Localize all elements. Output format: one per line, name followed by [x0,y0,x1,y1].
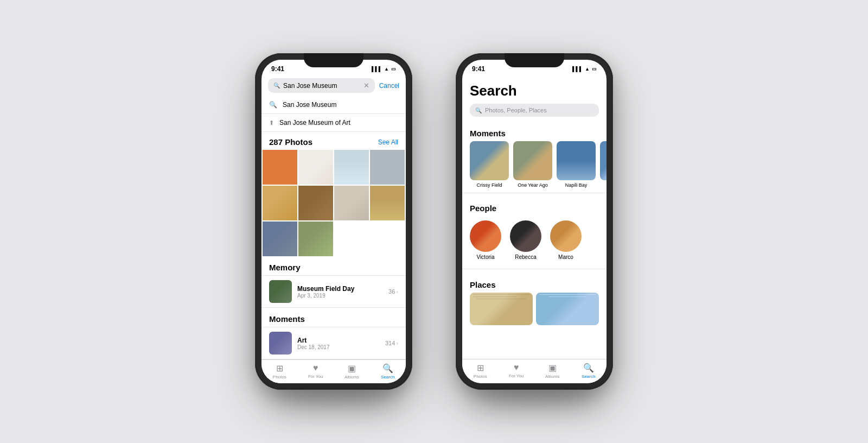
photos-header-left: 287 Photos See All [261,132,406,150]
tab-bar-left: ⊞ Photos ♥ For You ▣ Albums 🔍 Search [261,359,406,383]
battery-icon-left: ▭ [391,66,396,72]
phone-left-screen: 9:41 ▌▌▌ ▲ ▭ 🔍 San Jose Museum ✕ Cancel [261,60,406,383]
person-rebecca[interactable]: Rebecca [510,220,541,260]
moment-oneyear[interactable]: One Year Ago [513,141,552,188]
photo-cell-2[interactable] [298,150,333,185]
memory-header-left: Memory [261,256,406,275]
tab-search-label-right: Search [582,374,595,379]
tab-albums-label-left: Albums [344,375,359,379]
moments-date-left: Dec 18, 2017 [297,344,380,350]
tab-foryou-right[interactable]: ♥ For You [499,363,535,379]
memory-info-left: Museum Field Day Apr 3, 2019 [297,285,383,299]
person-marco[interactable]: Marco [550,220,582,260]
tab-bar-right: ⊞ Photos ♥ For You ▣ Albums 🔍 Search [462,359,607,383]
avatar-rebecca [510,220,541,252]
memory-title-left: Museum Field Day [297,285,383,293]
tab-photos-icon-right: ⊞ [477,363,484,373]
see-all-button-left[interactable]: See All [378,138,398,146]
search-bar-container-left: 🔍 San Jose Museum ✕ Cancel [261,75,406,96]
suggestion-search-icon-1: 🔍 [269,101,277,109]
tab-search-icon-left: 🔍 [382,363,393,374]
photo-cell-10[interactable] [298,221,333,256]
people-header-right: People [462,197,607,216]
memory-count-value-left: 36 [388,288,395,295]
suggestion-item-1[interactable]: 🔍 San Jose Museum [261,96,406,114]
photo-cell-6[interactable] [298,186,333,220]
wifi-icon-left: ▲ [384,66,389,72]
battery-icon-right: ▭ [592,66,597,72]
photo-grid-left [261,150,406,256]
signal-icon-left: ▌▌▌ [372,66,382,72]
tab-foryou-icon-left: ♥ [313,363,318,373]
tab-foryou-left[interactable]: ♥ For You [298,363,334,379]
moment-thumb-crissy [470,141,509,180]
search-placeholder-right: Photos, People, Places [485,107,547,113]
tab-photos-label-right: Photos [474,374,487,379]
search-home-bar-right[interactable]: 🔍 Photos, People, Places [470,104,599,117]
photo-cell-9[interactable] [263,221,297,256]
moment-label-crissy: Crissy Field [470,182,509,188]
search-icon-left: 🔍 [273,83,280,88]
memory-thumb-left [269,280,292,303]
moments-item-left[interactable]: Art Dec 18, 2017 314 › [261,327,406,359]
avatar-marco [550,220,582,252]
moments-header-right: Moments [462,122,607,141]
tab-albums-icon-left: ▣ [348,363,356,374]
moments-title-left: Art [297,337,380,344]
notch-left [304,53,363,67]
search-bar-left[interactable]: 🔍 San Jose Museum ✕ [268,78,375,93]
search-value-left: San Jose Museum [283,82,337,90]
place-map-2[interactable] [536,293,599,325]
memory-item-left[interactable]: Museum Field Day Apr 3, 2019 36 › [261,275,406,308]
person-name-marco: Marco [558,254,573,260]
photo-cell-5[interactable] [263,186,297,220]
photo-cell-8[interactable] [370,186,405,220]
person-victoria[interactable]: Victoria [470,220,501,260]
moment-thumb-oneyear [513,141,552,180]
search-clear-left[interactable]: ✕ [363,81,369,90]
moment-crissy[interactable]: Crissy Field [470,141,509,188]
suggestion-item-2[interactable]: ⬆ San Jose Museum of Art [261,114,406,132]
scene: 9:41 ▌▌▌ ▲ ▭ 🔍 San Jose Museum ✕ Cancel [0,31,868,412]
notch-right [505,53,564,67]
photo-cell-4[interactable] [370,150,405,185]
moment-thumb-overflow [600,141,607,180]
phone-right-shadow [471,384,597,406]
tab-search-right[interactable]: 🔍 Search [571,363,607,379]
wifi-icon-right: ▲ [585,66,590,72]
person-name-rebecca: Rebecca [515,254,536,260]
moment-label-oneyear: One Year Ago [513,182,552,188]
moment-label-napili: Napili Bay [557,182,596,188]
tab-photos-right[interactable]: ⊞ Photos [462,363,499,379]
tab-photos-icon-left: ⊞ [276,363,283,374]
status-icons-right: ▌▌▌ ▲ ▭ [572,66,597,72]
person-name-victoria: Victoria [476,254,494,260]
suggestion-search-icon-2: ⬆ [269,119,274,126]
tab-photos-label-left: Photos [273,375,286,379]
avatar-victoria [470,220,501,252]
tab-albums-right[interactable]: ▣ Albums [534,363,571,379]
photo-cell-3[interactable] [334,150,369,185]
phone-left: 9:41 ▌▌▌ ▲ ▭ 🔍 San Jose Museum ✕ Cancel [255,53,412,390]
search-icon-right: 🔍 [475,107,482,113]
moments-header-left: Moments [261,308,406,327]
cancel-button-left[interactable]: Cancel [379,82,399,90]
moments-grid-right: Crissy Field One Year Ago Napili Bay [462,141,607,188]
moment-napili[interactable]: Napili Bay [557,141,596,188]
phone-right-screen: 9:41 ▌▌▌ ▲ ▭ Search 🔍 Photos, People, Pl… [462,60,607,383]
divider-moments-people [462,193,607,193]
moments-thumb-left [269,332,292,355]
tab-search-left[interactable]: 🔍 Search [370,363,406,379]
photo-cell-1[interactable] [263,150,297,185]
moment-overflow[interactable] [600,141,607,188]
signal-icon-right: ▌▌▌ [572,66,583,72]
tab-albums-icon-right: ▣ [548,363,557,373]
tab-foryou-label-right: For You [509,374,524,378]
status-icons-left: ▌▌▌ ▲ ▭ [372,66,396,72]
memory-date-left: Apr 3, 2019 [297,293,383,299]
tab-photos-left[interactable]: ⊞ Photos [261,363,298,379]
suggestion-text-2: San Jose Museum of Art [279,119,350,126]
tab-albums-left[interactable]: ▣ Albums [334,363,370,379]
place-map-1[interactable] [470,293,533,325]
photo-cell-7[interactable] [334,186,369,220]
